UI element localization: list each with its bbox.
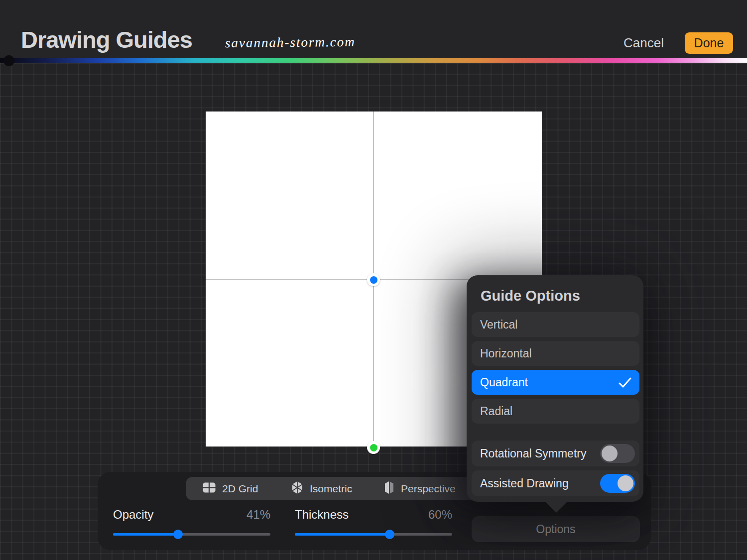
page-title: Drawing Guides — [21, 26, 192, 53]
grid-2d-icon — [203, 482, 216, 495]
option-label: Quadrant — [480, 376, 528, 389]
watermark-text: savannah-storm.com — [225, 34, 356, 51]
thickness-label: Thickness — [295, 508, 349, 522]
opacity-value: 41% — [247, 508, 270, 522]
popup-tail-pointer — [544, 501, 568, 513]
assisted-drawing-row: Assisted Drawing — [472, 470, 639, 496]
option-label: Horizontal — [480, 347, 532, 360]
tab-isometric[interactable]: Isometric — [291, 477, 352, 500]
progress-playhead-dot[interactable] — [3, 55, 14, 66]
option-quadrant[interactable]: Quadrant — [472, 370, 639, 395]
option-radial[interactable]: Radial — [472, 399, 639, 424]
checkmark-icon — [619, 377, 631, 388]
thickness-slider-group: Thickness 60% — [295, 508, 452, 543]
thickness-slider-thumb[interactable] — [385, 530, 394, 539]
toggle-knob — [602, 446, 618, 461]
thickness-slider-fill — [295, 533, 389, 536]
isometric-icon — [291, 481, 303, 496]
toggle-label: Assisted Drawing — [480, 477, 569, 490]
opacity-slider-thumb[interactable] — [173, 530, 183, 539]
guide-center-handle[interactable] — [367, 273, 380, 286]
option-vertical[interactable]: Vertical — [472, 312, 639, 337]
toggle-label: Rotational Symmetry — [480, 447, 586, 460]
cancel-button[interactable]: Cancel — [623, 35, 664, 51]
video-progress-bar[interactable] — [0, 58, 747, 63]
assisted-drawing-toggle[interactable] — [600, 474, 635, 493]
option-label: Vertical — [480, 318, 517, 332]
tab-label: Perspective — [401, 483, 456, 495]
drawing-guides-screen: Drawing Guides savannah-storm.com Cancel… — [0, 0, 747, 560]
opacity-label: Opacity — [113, 508, 153, 522]
guide-edge-handle[interactable] — [367, 441, 380, 454]
thickness-value: 60% — [428, 508, 452, 522]
rotational-symmetry-row: Rotational Symmetry — [472, 441, 639, 466]
guide-options-popup: Guide Options Vertical Horizontal Quadra… — [467, 275, 643, 502]
options-button[interactable]: Options — [472, 516, 640, 542]
tab-label: 2D Grid — [222, 483, 258, 495]
opacity-slider-group: Opacity 41% — [113, 508, 270, 543]
popup-title: Guide Options — [481, 287, 643, 304]
option-horizontal[interactable]: Horizontal — [472, 341, 639, 366]
tab-label: Isometric — [310, 483, 352, 495]
opacity-slider-fill — [113, 533, 178, 536]
done-button[interactable]: Done — [685, 32, 733, 54]
tab-perspective[interactable]: Perspective — [383, 477, 456, 500]
toggle-knob — [618, 475, 633, 491]
rotational-symmetry-toggle[interactable] — [600, 444, 635, 463]
option-label: Radial — [480, 405, 512, 418]
perspective-icon — [383, 481, 394, 496]
opacity-slider-track[interactable] — [113, 533, 270, 536]
grid-workspace: 2D Grid Isometric Perspective O — [0, 63, 747, 560]
tab-2d-grid[interactable]: 2D Grid — [203, 477, 258, 500]
top-bar: Drawing Guides savannah-storm.com Cancel… — [0, 0, 747, 58]
thickness-slider-track[interactable] — [295, 533, 452, 536]
